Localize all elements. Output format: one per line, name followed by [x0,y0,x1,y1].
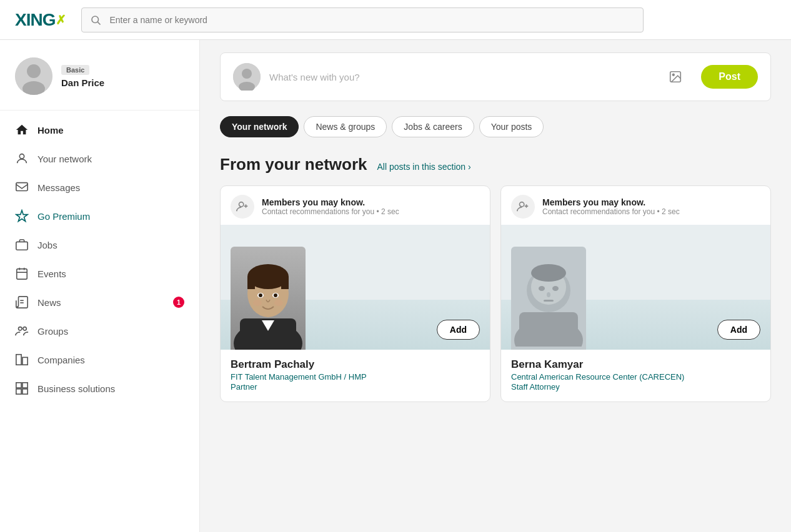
sidebar-item-home[interactable]: Home [0,116,199,144]
svg-rect-23 [16,383,21,388]
person-role-2: Staff Attorney [511,382,760,392]
sidebar-item-your-network[interactable]: Your network [0,144,199,173]
search-bar [81,7,644,32]
card-header-1: Members you may know. Contact recommenda… [221,186,490,225]
svg-point-45 [274,293,277,297]
main-layout: Basic Dan Price Home [0,40,791,532]
svg-point-48 [520,202,524,207]
user-name: Dan Price [61,77,104,88]
person-name-2: Berna Kamyar [511,358,760,371]
card-header-title-2: Members you may know. [542,197,680,207]
card-header-2: Members you may know. Contact recommenda… [501,186,770,225]
svg-point-56 [539,286,545,291]
svg-rect-52 [519,312,578,347]
post-input-area[interactable]: What's new with you? [269,72,660,82]
sidebar-item-label-business: Business solutions [37,383,115,394]
sidebar-item-events[interactable]: Events [0,259,199,288]
sidebar-item-label-premium: Go Premium [37,211,90,222]
main-content: What's new with you? Post Your network N… [200,40,791,532]
post-placeholder: What's new with you? [269,72,660,82]
card-header-icon-2 [511,195,535,219]
person-photo-2 [511,247,586,350]
search-icon [90,14,101,26]
svg-point-32 [239,202,244,207]
svg-rect-8 [17,269,27,280]
sidebar-item-label-groups: Groups [37,326,68,337]
svg-point-5 [19,154,24,159]
home-icon [15,123,29,137]
sidebar-item-label-companies: Companies [37,355,85,365]
svg-rect-7 [16,242,27,250]
card-header-text-2: Members you may know. Contact recommenda… [542,197,680,216]
svg-point-46 [253,300,262,306]
user-info: Basic Dan Price [61,65,104,88]
sidebar-item-messages[interactable]: Messages [0,173,199,202]
network-icon [15,152,29,165]
svg-rect-16 [16,355,21,365]
section-link-text: All posts in this section [377,162,465,172]
member-card-2: Members you may know. Contact recommenda… [500,185,771,402]
post-image-icon[interactable] [669,70,682,84]
person-org-2: Central American Resource Center (CARECE… [511,372,760,382]
svg-rect-59 [544,300,554,302]
sidebar-item-jobs[interactable]: Jobs [0,230,199,259]
card-header-sub-1: Contact recommendations for you • 2 sec [262,207,399,216]
messages-icon [15,180,29,194]
svg-point-15 [23,327,27,331]
svg-line-1 [98,22,101,24]
avatar [15,57,52,95]
tab-your-network[interactable]: Your network [220,116,299,137]
sidebar-item-groups[interactable]: Groups [0,317,199,345]
person-role-1: Partner [231,382,480,392]
svg-rect-17 [22,357,27,365]
add-button-1[interactable]: Add [437,320,480,340]
svg-rect-26 [22,389,27,394]
card-header-text-1: Members you may know. Contact recommenda… [262,197,399,216]
tab-jobs-careers[interactable]: Jobs & careers [392,116,474,137]
svg-point-47 [274,300,283,306]
member-card-1: Members you may know. Contact recommenda… [220,185,490,402]
post-button[interactable]: Post [701,65,758,89]
card-header-sub-2: Contact recommendations for you • 2 sec [542,207,680,216]
logo[interactable]: XING ✗ [15,10,66,30]
sidebar-item-label-network: Your network [37,154,92,164]
svg-point-58 [547,292,550,297]
add-button-2[interactable]: Add [717,320,760,340]
sidebar-item-news[interactable]: News 1 [0,288,199,317]
sidebar-nav: Home Your network [0,116,199,403]
sidebar-item-label-jobs: Jobs [37,240,57,250]
sidebar-item-go-premium[interactable]: Go Premium [0,202,199,230]
svg-rect-24 [22,383,27,388]
section-header: From your network All posts in this sect… [220,155,771,174]
cards-grid: Members you may know. Contact recommenda… [220,185,771,402]
user-area: Basic Dan Price [0,52,199,111]
premium-icon [15,209,29,223]
post-box: What's new with you? Post [220,52,771,101]
card-header-title-1: Members you may know. [262,197,399,207]
basic-badge: Basic [61,65,89,75]
person-name-1: Bertram Pachaly [231,358,480,371]
news-badge: 1 [173,297,184,308]
svg-point-3 [27,64,41,78]
search-input[interactable] [81,7,644,32]
tab-news-groups[interactable]: News & groups [304,116,387,137]
card-image-area-2: Add [501,225,770,350]
groups-icon [15,324,29,338]
business-icon [15,382,29,395]
card-image-area-1: Add [221,225,490,350]
svg-point-57 [552,286,559,291]
top-navigation: XING ✗ [0,0,791,40]
person-org-1: FIT Talent Management GmbH / HMP [231,372,480,382]
feed-tabs: Your network News & groups Jobs & career… [220,116,771,137]
svg-point-43 [259,293,262,297]
section-link[interactable]: All posts in this section › [377,162,470,172]
tab-your-posts[interactable]: Your posts [479,116,544,137]
sidebar-item-companies[interactable]: Companies [0,345,199,374]
svg-rect-40 [247,277,255,289]
sidebar: Basic Dan Price Home [0,40,200,532]
svg-point-28 [242,69,252,79]
svg-rect-6 [16,183,27,191]
news-icon [15,295,29,309]
sidebar-item-business-solutions[interactable]: Business solutions [0,374,199,403]
sidebar-item-label-news: News [37,297,61,308]
